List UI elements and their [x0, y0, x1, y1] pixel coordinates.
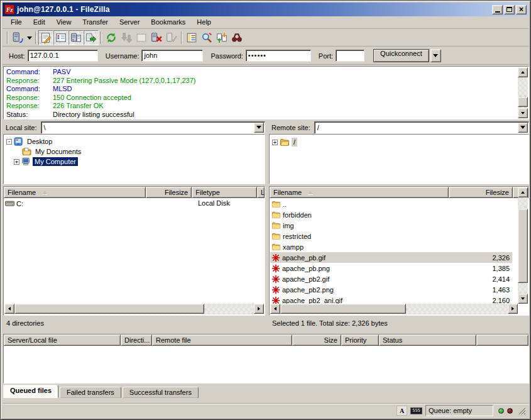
queue-column-priority[interactable]: Priority	[341, 334, 379, 346]
remote-column-filename[interactable]: Filename	[270, 187, 449, 198]
close-icon: ×	[519, 6, 523, 13]
menu-bookmarks[interactable]: Bookmarks	[145, 17, 191, 28]
menu-edit[interactable]: Edit	[28, 17, 51, 28]
toggle-local-tree-button[interactable]	[53, 30, 68, 45]
remote-file-row-selected[interactable]: apache_pb.gif 2,326	[270, 252, 512, 263]
tree-item-label: My Documents	[33, 147, 83, 156]
scroll-up-button[interactable]	[518, 67, 528, 77]
local-file-row[interactable]: C: Local Disk	[4, 198, 265, 209]
remote-file-size: 1,385	[449, 265, 512, 272]
queue-column-direction[interactable]: Directi...	[121, 334, 152, 346]
title-bar[interactable]: Fz john@127.0.0.1 - FileZilla ×	[3, 3, 528, 16]
disconnect-button[interactable]	[149, 30, 164, 45]
scroll-left-button[interactable]	[4, 304, 14, 314]
menu-view[interactable]: View	[51, 17, 77, 28]
tab-failed-transfers[interactable]: Failed transfers	[60, 387, 121, 398]
maximize-button[interactable]	[504, 5, 515, 14]
find-files-button[interactable]	[229, 30, 244, 45]
remote-column-filesize[interactable]: Filesize	[449, 187, 513, 198]
log-vertical-scrollbar[interactable]	[518, 67, 528, 118]
remote-file-row[interactable]: img	[270, 220, 512, 231]
site-manager-dropdown-button[interactable]	[25, 31, 33, 45]
refresh-button[interactable]	[104, 30, 119, 45]
password-input[interactable]: ••••••	[246, 50, 311, 62]
menu-transfer[interactable]: Transfer	[77, 17, 114, 28]
directory-compare-button[interactable]	[199, 30, 214, 45]
scrollbar-thumb[interactable]	[518, 97, 528, 107]
menu-server[interactable]: Server	[114, 17, 145, 28]
log-line: Response:227 Entering Passive Mode (127,…	[6, 77, 526, 86]
remote-site-combo-dropdown[interactable]	[518, 123, 528, 133]
queue-column-status[interactable]: Status	[379, 334, 476, 346]
local-site-combo-dropdown[interactable]	[254, 123, 264, 133]
scrollbar-thumb[interactable]	[280, 304, 406, 314]
remote-horizontal-scrollbar[interactable]	[270, 304, 518, 314]
local-column-filetype[interactable]: Filetype	[192, 187, 257, 198]
quickconnect-dropdown-button[interactable]	[430, 49, 441, 62]
remote-file-row[interactable]: restricted	[270, 231, 512, 241]
cancel-operation-button[interactable]	[134, 30, 149, 45]
queue-column-remote-file[interactable]: Remote file	[152, 334, 292, 346]
local-tree: - Desktop My Documents + My Computer	[3, 134, 265, 184]
remote-site-combo[interactable]: /	[314, 121, 529, 134]
username-input[interactable]: john	[141, 50, 203, 62]
scrollbar-thumb[interactable]	[518, 209, 528, 283]
arrow-left-icon	[274, 307, 276, 311]
log-line: Command:PASV	[6, 68, 526, 77]
toggle-message-log-button[interactable]	[38, 30, 53, 45]
site-manager-button[interactable]	[10, 30, 25, 45]
sync-browsing-icon	[216, 32, 227, 43]
collapse-icon[interactable]: -	[6, 139, 12, 145]
scroll-left-button[interactable]	[270, 304, 280, 314]
local-column-filename[interactable]: Filename	[4, 187, 146, 198]
scroll-down-button[interactable]	[518, 108, 528, 118]
log-line: Command:MLSD	[6, 85, 526, 94]
quickconnect-button[interactable]: Quickconnect	[373, 49, 429, 62]
menu-file[interactable]: File	[5, 17, 28, 28]
tree-item-my-documents[interactable]: My Documents	[6, 146, 265, 157]
remote-file-row[interactable]: apache_pb.png 1,385	[270, 263, 512, 274]
scroll-right-button[interactable]	[254, 304, 264, 314]
reconnect-icon	[166, 32, 177, 43]
remote-file-row[interactable]: ..	[270, 199, 512, 209]
resize-grip[interactable]	[517, 406, 526, 415]
tree-item-my-computer[interactable]: + My Computer	[6, 157, 265, 167]
toggle-queue-button[interactable]	[84, 30, 99, 45]
reconnect-button[interactable]	[164, 30, 179, 45]
tree-item-desktop[interactable]: - Desktop	[6, 136, 265, 146]
remote-file-size: 2,414	[449, 275, 512, 283]
tree-item-root[interactable]: + /	[272, 137, 528, 147]
tree-item-label: My Computer	[33, 157, 78, 166]
remote-file-row[interactable]: forbidden	[270, 209, 512, 220]
local-column-filesize[interactable]: Filesize	[146, 187, 192, 198]
expand-icon[interactable]: +	[272, 140, 278, 145]
toggle-remote-tree-button[interactable]	[68, 30, 84, 45]
synchronized-browsing-button[interactable]	[214, 30, 229, 45]
minimize-button[interactable]	[492, 5, 503, 14]
local-column-truncated[interactable]: L	[257, 187, 265, 198]
tab-successful-transfers[interactable]: Successful transfers	[123, 387, 199, 398]
port-input[interactable]	[336, 50, 364, 62]
tab-queued-files[interactable]: Queued files	[3, 385, 58, 398]
scrollbar-thumb[interactable]	[14, 304, 204, 314]
directory-filter-button[interactable]	[184, 30, 199, 45]
remote-file-row[interactable]: apache_pb2.png 1,463	[270, 284, 512, 295]
folder-icon	[271, 211, 281, 219]
remote-file-row[interactable]: xampp	[270, 241, 512, 252]
scroll-down-button[interactable]	[518, 294, 528, 304]
local-site-combo[interactable]: \	[41, 121, 265, 134]
process-queue-button[interactable]	[119, 30, 134, 45]
toolbar-separator	[35, 31, 36, 44]
expand-icon[interactable]: +	[14, 159, 19, 165]
close-button[interactable]: ×	[516, 5, 527, 14]
host-input[interactable]: 127.0.0.1	[28, 50, 98, 62]
scroll-right-button[interactable]	[508, 304, 518, 314]
queue-column-server-local-file[interactable]: Server/Local file	[4, 334, 121, 346]
remote-vertical-scrollbar[interactable]	[518, 187, 528, 304]
scroll-up-button[interactable]	[518, 187, 528, 197]
toolbar	[3, 30, 528, 47]
menu-help[interactable]: Help	[191, 17, 217, 28]
local-horizontal-scrollbar[interactable]	[4, 304, 264, 314]
remote-file-row[interactable]: apache_pb2.gif 2,414	[270, 274, 512, 284]
queue-column-size[interactable]: Size	[292, 334, 341, 346]
